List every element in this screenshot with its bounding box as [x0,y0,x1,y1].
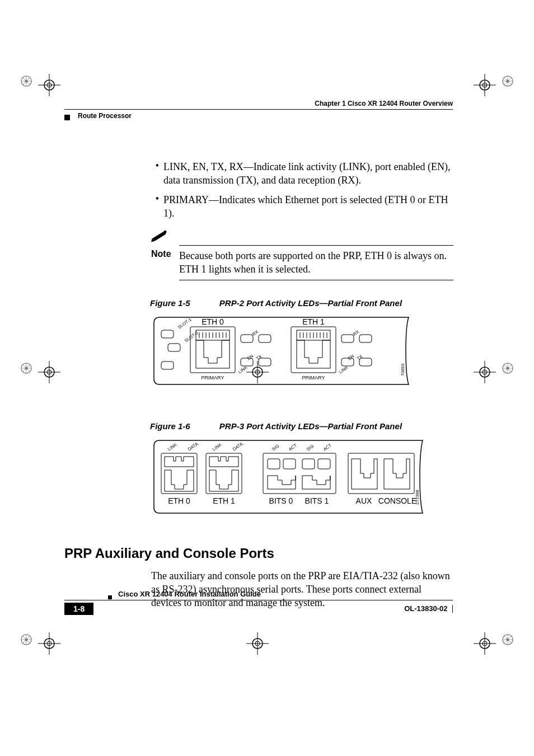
svg-rect-81 [283,459,296,469]
registration-mark [500,632,515,647]
fig-label-link: LINK [167,442,178,452]
svg-rect-59 [259,335,271,342]
bullet-text: LINK, EN, TX, RX—Indicate link activity … [163,160,453,187]
fig-label-eth1: ETH 1 [213,496,235,505]
svg-rect-80 [268,459,280,469]
fig-label-sig: SIG [271,443,280,452]
footer-marker [108,595,112,599]
svg-rect-77 [161,453,197,494]
crosshair-icon [38,632,60,655]
svg-rect-45 [168,344,180,351]
fig-label-eth0: ETH 0 [202,317,224,326]
svg-rect-83 [318,459,330,469]
fig-label-primary: PRIMARY [202,375,224,381]
registration-mark [19,74,34,88]
bullet-marker: • [151,160,163,187]
document-id: OL-13830-02 [404,604,453,613]
note-label: Note [151,249,179,276]
fig-label-act: ACT [322,443,332,452]
crosshair-icon [474,361,496,383]
note-block: Note Because both ports are supported on… [151,230,453,280]
figure-id: 70693 [400,363,405,376]
svg-rect-74 [359,335,372,342]
fig-label-aux: AUX [356,496,372,505]
header-chapter: Chapter 1 Cisco XR 12404 Router Overview [315,100,453,107]
figure-caption: Figure 1-5 PRP-2 Port Activity LEDs—Part… [150,298,453,308]
crosshair-icon [474,632,496,655]
fig-label-tx: TX [255,354,263,361]
svg-rect-73 [341,335,354,342]
crosshair-icon [38,74,60,96]
registration-mark [500,74,515,88]
fig-label-eth0: ETH 0 [168,496,190,505]
header-section: Route Processor [78,112,132,120]
registration-mark [19,361,34,375]
figure-title: PRP-2 Port Activity LEDs—Partial Front P… [219,298,402,308]
footer-title: Cisco XR 12404 Router Installation Guide [118,590,261,598]
page-number: 1-8 [64,603,93,615]
fig-label-link: LINK [212,442,223,452]
note-text: Because both ports are supported on the … [179,249,453,276]
figure-title: PRP-3 Port Activity LEDs—Partial Front P… [219,421,402,431]
svg-rect-46 [161,361,174,369]
fig-label-data: DATA [187,441,199,452]
fig-label-bits1: BITS 1 [305,496,329,505]
figure-number: Figure 1-5 [150,298,190,308]
bullet-item: • LINK, EN, TX, RX—Indicate link activit… [151,160,453,187]
fig-label-bits0: BITS 0 [269,496,293,505]
fig-label-sig: SIG [306,443,315,452]
svg-rect-44 [161,330,174,338]
fig-label-tx: TX [356,354,364,361]
registration-mark [500,361,515,375]
header-rule: Chapter 1 Cisco XR 12404 Router Overview… [64,109,453,110]
fig-label-data: DATA [232,441,244,452]
bullet-marker: • [151,193,163,220]
fig-label-console: CONSOLE [378,496,416,505]
svg-rect-78 [206,453,242,494]
registration-mark [19,632,34,647]
crosshair-icon [246,632,269,655]
pencil-icon [151,230,168,242]
figure-caption: Figure 1-6 PRP-3 Port Activity LEDs—Part… [150,421,453,431]
crosshair-icon [38,361,60,383]
crosshair-icon [474,74,496,96]
header-marker [64,111,73,123]
svg-rect-82 [302,459,315,469]
svg-rect-79 [263,453,336,494]
fig-label-primary: PRIMARY [302,375,325,381]
fig-label-slot0: SLOT-0 [184,330,199,343]
footer: Cisco XR 12404 Router Installation Guide… [64,600,453,600]
bullet-item: • PRIMARY—Indicates which Ethernet port … [151,193,453,220]
figure-1-6: LINK DATA ETH 0 LINK DATA ETH 1 [151,438,453,519]
fig-label-act: ACT [288,443,298,452]
fig-label-eth1: ETH 1 [302,317,325,326]
figure-id: 272388 [415,490,420,505]
figure-1-5: ETH 0 ETH 1 SLOT-1 SLOT-0 [151,314,453,390]
svg-rect-58 [241,335,253,342]
bullet-text: PRIMARY—Indicates which Ethernet port is… [163,193,453,220]
figure-number: Figure 1-6 [150,421,190,431]
section-heading: PRP Auxiliary and Console Ports [64,546,453,561]
